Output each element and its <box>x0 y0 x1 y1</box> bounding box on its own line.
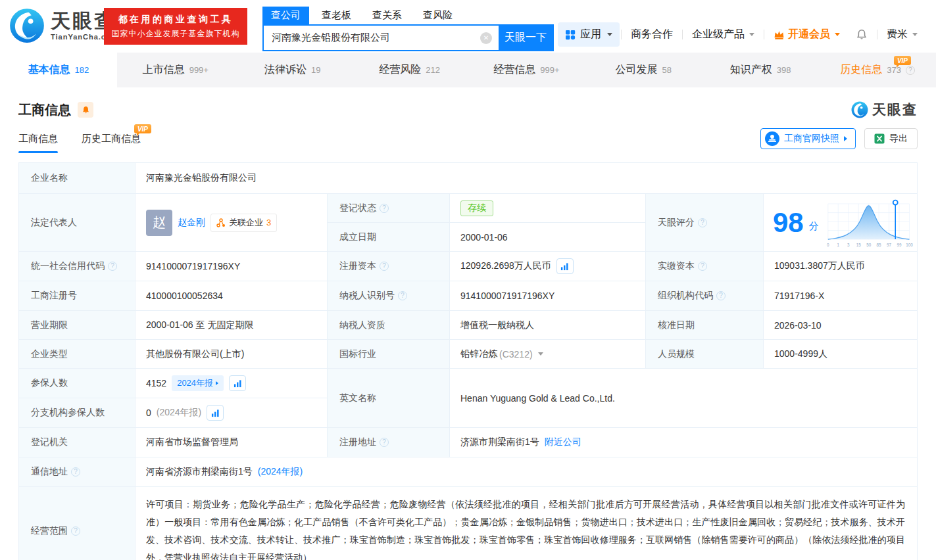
reg-authority-label: 登记机关 <box>19 428 135 457</box>
score-distribution-chart: 0 1 3 15 50 85 97 99 100 <box>824 197 913 249</box>
official-snapshot-button[interactable]: 工商官网快照 <box>760 128 856 149</box>
tab-count: 212 <box>426 65 440 75</box>
enterprise-label: 企业级产品 <box>692 28 745 41</box>
branch-insured-label: 分支机构参保人数 <box>19 398 135 428</box>
tab-business-info[interactable]: 经营信息 999+ <box>468 53 585 87</box>
table-row: 营业期限 2000-01-06 至 无固定期限 纳税人资质 增值税一般纳税人 核… <box>19 311 918 340</box>
help-icon[interactable] <box>108 262 117 271</box>
subtab-history-registration[interactable]: VIP 历史工商信息 <box>82 133 141 153</box>
notification-bell[interactable] <box>848 29 875 41</box>
help-icon[interactable] <box>398 291 407 300</box>
user-menu[interactable]: 费米 <box>879 28 925 41</box>
help-icon[interactable] <box>71 467 80 477</box>
tab-listing-info[interactable]: 上市信息 999+ <box>117 53 234 87</box>
paid-capital-label: 实缴资本 <box>646 252 764 281</box>
staff-size-label: 人员规模 <box>646 340 764 369</box>
search-button[interactable]: 天眼一下 <box>499 26 553 50</box>
tab-legal-litigation[interactable]: 法律诉讼 19 <box>234 53 351 87</box>
menu-divider <box>764 30 764 39</box>
tab-count: 182 <box>75 65 89 75</box>
business-term-value: 2000-01-06 至 无固定期限 <box>135 311 328 340</box>
search-input[interactable] <box>264 32 480 43</box>
table-row: 法定代表人 赵 赵金刚 关联企业 3 登记状态 <box>19 194 918 252</box>
tab-basic-info[interactable]: 基本信息 182 <box>0 53 117 87</box>
tab-label: 历史信息 <box>840 63 882 77</box>
tab-history-info[interactable]: VIP 历史信息 373 <box>819 53 936 87</box>
vip-badge: VIP <box>134 124 151 133</box>
legal-rep-link[interactable]: 赵金刚 <box>178 217 205 229</box>
insured-count-value: 4152 2024年报 <box>135 369 328 398</box>
industry-code: (C3212) <box>499 349 533 360</box>
export-button[interactable]: 导出 <box>864 128 918 149</box>
help-icon[interactable] <box>698 218 707 227</box>
status-badge: 存续 <box>460 200 493 216</box>
help-icon[interactable] <box>71 526 80 536</box>
table-row: 工商注册号 410000100052634 纳税人识别号 91410000719… <box>19 281 918 311</box>
snapshot-label: 工商官网快照 <box>784 133 839 145</box>
section-title: 工商信息 <box>18 101 71 119</box>
search-tab-company[interactable]: 查公司 <box>262 7 309 24</box>
table-row: 通信地址 河南省济源市荆梁南街1号 (2024年报) <box>19 457 918 487</box>
svg-text:85: 85 <box>876 242 881 246</box>
subtab-business-registration[interactable]: 工商信息 <box>18 133 58 153</box>
stamp-icon <box>765 131 779 146</box>
cooperation-menu[interactable]: 商务合作 <box>623 28 681 41</box>
vip-upgrade-label: 开通会员 <box>788 28 830 41</box>
branch-insured-chart-button[interactable] <box>207 405 224 421</box>
business-scope-value: 许可项目：期货业务；危险化学品生产；危险化学品经营；危险废物经营（依法须经批准的… <box>135 487 918 560</box>
help-icon[interactable] <box>380 204 389 213</box>
tab-count: 19 <box>311 65 320 75</box>
vip-upgrade-menu[interactable]: 开通会员 <box>766 28 848 41</box>
clear-icon[interactable] <box>480 32 492 44</box>
tab-company-development[interactable]: 公司发展 58 <box>585 53 702 87</box>
taxpayer-quality-label: 纳税人资质 <box>328 311 450 340</box>
mail-address-value: 河南省济源市荆梁南街1号 (2024年报) <box>135 457 918 487</box>
chevron-down-icon[interactable] <box>538 352 543 356</box>
legal-rep-value: 赵 赵金刚 关联企业 3 <box>135 194 328 252</box>
promo-banner: 都在用的商业查询工具 国家中小企业发展子基金旗下机构 <box>104 8 247 45</box>
help-icon[interactable] <box>716 291 726 300</box>
approval-date-value: 2026-03-10 <box>764 311 918 340</box>
help-icon[interactable] <box>380 262 389 271</box>
tab-intellectual-property[interactable]: 知识产权 398 <box>702 53 819 87</box>
table-row: 登记机关 河南省市场监督管理局 注册地址 济源市荆梁南街1号 附近公司 <box>19 428 918 457</box>
help-icon[interactable] <box>906 66 915 75</box>
monitor-bell-button[interactable] <box>78 102 93 118</box>
tab-operation-risk[interactable]: 经营风险 212 <box>351 53 468 87</box>
annual-report-badge[interactable]: 2024年报 <box>172 375 224 391</box>
bar-chart-icon <box>234 379 242 388</box>
reg-address-value: 济源市荆梁南街1号 附近公司 <box>450 428 918 457</box>
table-row: 经营范围 许可项目：期货业务；危险化学品生产；危险化学品经营；危险废物经营（依法… <box>19 487 918 560</box>
apps-menu[interactable]: 应用 <box>558 22 620 47</box>
capital-trend-chart-button[interactable] <box>556 258 574 274</box>
search-tab-boss[interactable]: 查老板 <box>313 7 360 24</box>
apps-label: 应用 <box>580 28 601 41</box>
cooperation-label: 商务合作 <box>631 28 673 41</box>
username-label: 费米 <box>887 28 908 41</box>
enterprise-menu[interactable]: 企业级产品 <box>684 28 762 41</box>
svg-text:97: 97 <box>887 242 891 246</box>
tianyan-score-label: 天眼评分 <box>646 194 764 252</box>
nearby-companies-link[interactable]: 附近公司 <box>545 436 581 448</box>
promo-line1: 都在用的商业查询工具 <box>118 14 234 26</box>
tianyan-score-value[interactable]: 98 分 0 1 3 15 50 <box>764 194 918 252</box>
annual-report-link[interactable]: (2024年报) <box>258 466 303 478</box>
avatar[interactable]: 赵 <box>146 210 172 236</box>
search-tab-risk[interactable]: 查风险 <box>414 7 461 24</box>
help-icon[interactable] <box>698 262 707 271</box>
insured-trend-chart-button[interactable] <box>229 375 246 391</box>
menu-divider <box>682 30 683 39</box>
tab-count: 58 <box>662 65 672 75</box>
business-term-label: 营业期限 <box>19 311 135 340</box>
section-header: 工商信息 天眼查 <box>18 101 918 119</box>
table-row: 分支机构参保人数 0 (2024年报) <box>19 398 328 428</box>
table-row: 登记状态 存续 <box>328 194 646 223</box>
search-tab-relation[interactable]: 查关系 <box>364 7 410 24</box>
org-code-label: 组织机构代码 <box>646 281 764 311</box>
export-label: 导出 <box>889 133 908 145</box>
tab-count: 999+ <box>540 65 559 75</box>
industry-value[interactable]: 铅锌冶炼 (C3212) <box>450 340 646 369</box>
related-companies-badge[interactable]: 关联企业 3 <box>210 214 277 232</box>
tianyancha-logo[interactable]: 天眼查 TianYanCha.com <box>9 8 118 43</box>
help-icon[interactable] <box>380 438 389 447</box>
